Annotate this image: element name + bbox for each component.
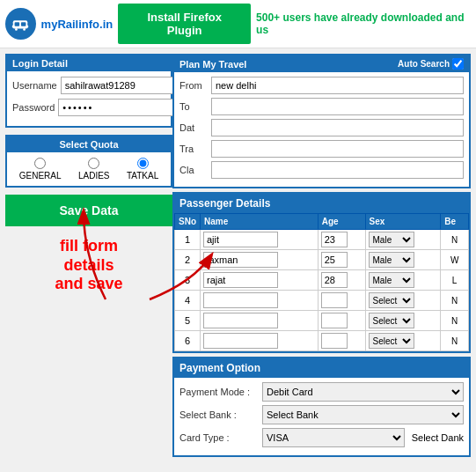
select-bank-label: Select Bank :: [179, 409, 259, 420]
name-cell[interactable]: [201, 331, 319, 351]
quota-ladies-radio[interactable]: [88, 158, 99, 169]
sex-select[interactable]: MaleFemaleSelect: [369, 313, 414, 328]
name-input[interactable]: [203, 313, 278, 328]
age-input[interactable]: [321, 333, 348, 349]
select-bank-select[interactable]: Select Bank SBI HDFC: [262, 405, 464, 424]
berth-cell: N: [441, 311, 469, 331]
age-cell[interactable]: [318, 291, 365, 311]
svg-point-5: [15, 28, 18, 31]
table-row: 4 MaleFemaleSelect N: [175, 291, 469, 311]
name-cell[interactable]: [201, 291, 319, 311]
payment-mode-select[interactable]: Debit Card Credit Card Net Banking: [262, 382, 464, 402]
name-cell[interactable]: [201, 230, 319, 250]
password-row: Password: [12, 99, 165, 116]
sex-cell[interactable]: MaleFemaleSelect: [365, 331, 441, 351]
password-input[interactable]: [58, 99, 188, 116]
table-row: 2 MaleFemaleSelect W: [175, 250, 469, 270]
passenger-table: SNo Name Age Sex Be 1 MaleFemaleSelect N…: [174, 213, 469, 351]
sno-cell: 6: [175, 331, 201, 351]
quota-general: GENERAL: [19, 158, 62, 181]
sex-select[interactable]: MaleFemaleSelect: [369, 333, 414, 349]
svg-rect-2: [21, 22, 26, 26]
save-data-button[interactable]: Save Data: [5, 195, 172, 226]
name-cell[interactable]: [201, 311, 319, 331]
sex-cell[interactable]: MaleFemaleSelect: [365, 291, 441, 311]
from-input[interactable]: [211, 77, 464, 94]
card-type-select[interactable]: VISA MasterCard: [262, 428, 405, 447]
passenger-details-box: Passenger Details SNo Name Age Sex Be 1 …: [172, 192, 471, 353]
name-input[interactable]: [203, 272, 278, 288]
sex-cell[interactable]: MaleFemaleSelect: [365, 250, 441, 270]
name-cell[interactable]: [201, 270, 319, 291]
to-input[interactable]: [211, 98, 464, 115]
install-plugin-button[interactable]: Install Firefox Plugin: [118, 4, 251, 44]
username-input[interactable]: [61, 77, 191, 94]
name-input[interactable]: [203, 232, 278, 247]
table-row: 5 MaleFemaleSelect N: [175, 311, 469, 331]
auto-search-checkbox[interactable]: [452, 58, 464, 70]
name-input[interactable]: [203, 252, 278, 268]
sno-cell: 5: [175, 311, 201, 331]
age-input[interactable]: [321, 232, 348, 247]
sex-select[interactable]: MaleFemaleSelect: [369, 292, 414, 308]
annotation-text: fill form details and save: [5, 237, 172, 294]
username-label: Username: [12, 80, 57, 91]
class-input[interactable]: [211, 161, 464, 179]
col-name: Name: [201, 214, 319, 230]
plan-travel-body: From To Dat Tra Cla: [174, 72, 469, 187]
age-input[interactable]: [321, 313, 348, 328]
sex-select[interactable]: MaleFemaleSelect: [369, 232, 414, 247]
sex-select[interactable]: MaleFemaleSelect: [369, 252, 414, 268]
class-label: Cla: [179, 165, 206, 175]
name-cell[interactable]: [201, 250, 319, 270]
date-input[interactable]: [211, 119, 464, 136]
quota-options: GENERAL LADIES TATKAL: [7, 152, 171, 186]
age-cell[interactable]: [318, 270, 365, 291]
payment-header: Payment Option: [174, 358, 469, 378]
card-type-row: Card Type : VISA MasterCard Select Dank: [179, 428, 464, 447]
age-cell[interactable]: [318, 311, 365, 331]
annotation-line3: and save: [5, 275, 172, 294]
col-sno: SNo: [175, 214, 201, 230]
plan-travel-header: Plan My Travel Auto Search: [174, 55, 469, 72]
sno-cell: 3: [175, 270, 201, 291]
passenger-details-header: Passenger Details: [174, 194, 469, 213]
site-name: myRailinfo.in: [41, 18, 114, 31]
age-input[interactable]: [321, 272, 348, 288]
password-label: Password: [12, 102, 55, 113]
date-row: Dat: [179, 119, 464, 136]
table-row: 1 MaleFemaleSelect N: [175, 230, 469, 250]
sex-cell[interactable]: MaleFemaleSelect: [365, 230, 441, 250]
svg-rect-4: [27, 26, 29, 28]
annotation-line1: fill form: [5, 237, 172, 256]
berth-cell: N: [441, 331, 469, 351]
age-cell[interactable]: [318, 250, 365, 270]
age-input[interactable]: [321, 292, 348, 308]
sex-cell[interactable]: MaleFemaleSelect: [365, 270, 441, 291]
quota-ladies-label: LADIES: [78, 171, 110, 181]
from-label: From: [179, 80, 206, 91]
sex-select[interactable]: MaleFemaleSelect: [369, 272, 414, 288]
from-row: From: [179, 77, 464, 94]
age-input[interactable]: [321, 252, 348, 268]
card-type-label: Card Type :: [179, 432, 259, 443]
train-input[interactable]: [211, 140, 464, 158]
name-input[interactable]: [203, 333, 278, 349]
login-detail-title: Login Detail: [7, 55, 171, 71]
header: myRailinfo.in Install Firefox Plugin 500…: [0, 0, 476, 48]
age-cell[interactable]: [318, 230, 365, 250]
svg-point-6: [24, 28, 26, 31]
age-cell[interactable]: [318, 331, 365, 351]
to-row: To: [179, 98, 464, 115]
payment-body: Payment Mode : Debit Card Credit Card Ne…: [174, 378, 469, 455]
quota-ladies: LADIES: [78, 158, 110, 181]
quota-tatkal-radio[interactable]: [137, 158, 149, 169]
payment-box: Payment Option Payment Mode : Debit Card…: [172, 357, 471, 457]
quota-general-radio[interactable]: [34, 158, 46, 169]
annotation-line2: details: [5, 256, 172, 276]
table-row: 6 MaleFemaleSelect N: [175, 331, 469, 351]
quota-box: Select Quota GENERAL LADIES TATKAL: [5, 135, 172, 188]
sex-cell[interactable]: MaleFemaleSelect: [365, 311, 441, 331]
name-input[interactable]: [203, 292, 278, 308]
col-berth: Be: [441, 214, 469, 230]
